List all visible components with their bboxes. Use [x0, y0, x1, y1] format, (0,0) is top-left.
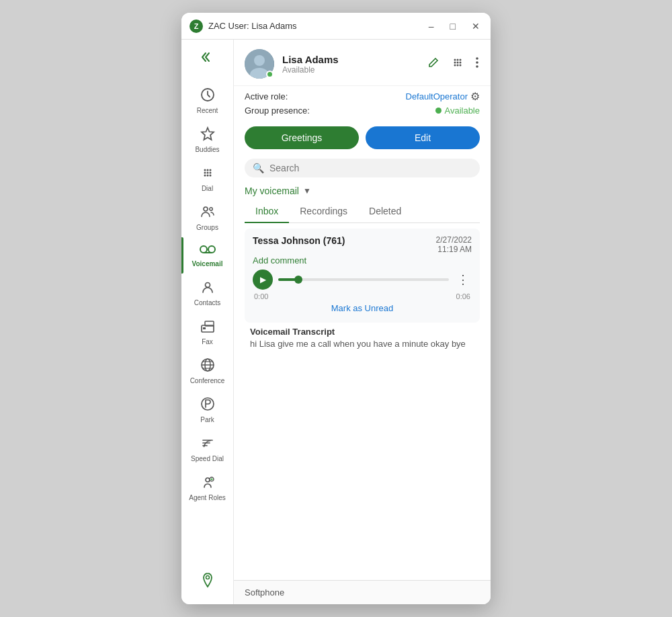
svg-point-38 — [460, 58, 462, 60]
app-window: Z ZAC User: Lisa Adams – □ ✕ — [181, 13, 491, 604]
sidebar-label-dial: Dial — [202, 185, 213, 193]
sidebar-item-location[interactable] — [181, 567, 233, 598]
sidebar: Recent Buddies — [181, 40, 234, 604]
sidebar-expand-button[interactable] — [196, 46, 220, 71]
transcript-title: Voicemail Transcript — [250, 327, 474, 337]
sidebar-item-fax[interactable]: Fax — [181, 313, 233, 352]
sidebar-label-groups: Groups — [196, 224, 218, 232]
profile-status: Available — [282, 65, 426, 75]
voicemail-date: 2/27/2022 — [436, 235, 472, 245]
title-bar: Z ZAC User: Lisa Adams – □ ✕ — [181, 13, 491, 40]
progress-dot — [294, 276, 302, 284]
time-current: 0:00 — [254, 292, 268, 300]
transcript-text: hi Lisa give me a call when you have a m… — [250, 338, 474, 350]
sidebar-item-recent[interactable]: Recent — [181, 81, 233, 120]
sidebar-label-fax: Fax — [202, 338, 213, 346]
sidebar-item-contacts[interactable]: Contacts — [181, 274, 233, 313]
svg-point-44 — [460, 64, 462, 66]
minimize-button[interactable]: – — [426, 20, 437, 32]
voicemail-icon — [199, 243, 216, 259]
profile-header: Lisa Adams Available — [234, 40, 491, 86]
close-button[interactable]: ✕ — [469, 20, 482, 32]
active-role-label: Active role: — [245, 91, 288, 101]
sidebar-item-conference[interactable]: Conference — [181, 352, 233, 390]
voicemail-item-header: Tessa Johnson (761) 2/27/2022 11:19 AM — [253, 235, 472, 254]
progress-bar[interactable] — [278, 278, 449, 281]
main-layout: Recent Buddies — [181, 40, 491, 604]
svg-point-43 — [457, 64, 459, 66]
svg-point-29 — [206, 478, 210, 482]
time-total: 0:06 — [456, 292, 470, 300]
sidebar-item-agentroles[interactable]: Agent Roles — [181, 468, 233, 507]
sidebar-label-voicemail: Voicemail — [192, 260, 223, 268]
search-box: 🔍 — [245, 159, 480, 177]
voicemail-add-comment[interactable]: Add comment — [253, 255, 472, 265]
role-row: Active role: DefaultOperator ⚙ — [234, 86, 491, 104]
tab-deleted[interactable]: Deleted — [358, 200, 412, 223]
agentroles-icon — [200, 474, 216, 493]
greetings-button[interactable]: Greetings — [245, 126, 359, 149]
svg-point-41 — [460, 61, 462, 63]
sidebar-item-groups[interactable]: Groups — [181, 198, 233, 237]
dropdown-arrow-icon: ▼ — [303, 186, 311, 196]
role-gear-icon[interactable]: ⚙ — [470, 90, 480, 103]
presence-dot — [435, 108, 442, 114]
sidebar-item-voicemail[interactable]: Voicemail — [181, 237, 233, 274]
mark-as-unread-button[interactable]: Mark as Unread — [253, 300, 472, 316]
more-options-button[interactable] — [474, 55, 480, 73]
grid-menu-button[interactable] — [450, 55, 465, 73]
edit-profile-button[interactable] — [426, 55, 441, 73]
svg-point-13 — [200, 246, 207, 253]
svg-point-8 — [204, 175, 206, 177]
avatar-status-dot — [266, 71, 274, 78]
svg-point-31 — [210, 479, 212, 481]
sidebar-item-dial[interactable]: Dial — [181, 159, 233, 198]
sidebar-label-conference: Conference — [190, 377, 225, 385]
sidebar-item-park[interactable]: Park — [181, 390, 233, 429]
svg-point-11 — [204, 207, 208, 211]
svg-point-12 — [209, 208, 212, 210]
speeddial-icon — [200, 435, 216, 454]
play-button[interactable]: ▶ — [253, 270, 273, 290]
search-wrap: 🔍 — [234, 156, 491, 183]
tab-inbox[interactable]: Inbox — [245, 200, 289, 223]
svg-point-39 — [454, 61, 456, 63]
svg-point-36 — [454, 58, 456, 60]
voicemail-dropdown[interactable]: My voicemail ▼ — [234, 183, 491, 196]
tab-recordings[interactable]: Recordings — [289, 200, 358, 223]
voicemail-date-time: 2/27/2022 11:19 AM — [436, 235, 472, 254]
svg-marker-1 — [202, 128, 214, 140]
svg-point-16 — [205, 283, 210, 288]
svg-point-45 — [476, 57, 478, 60]
sidebar-item-speeddial[interactable]: Speed Dial — [181, 429, 233, 468]
svg-point-4 — [209, 169, 211, 171]
voicemail-more-button[interactable]: ⋮ — [454, 271, 472, 288]
search-input[interactable] — [269, 163, 472, 173]
action-buttons: Greetings Edit — [234, 122, 491, 156]
group-presence-label: Group presence: — [245, 106, 310, 116]
sidebar-item-buddies[interactable]: Buddies — [181, 120, 233, 159]
app-icon: Z — [190, 19, 203, 33]
active-role-value: DefaultOperator — [406, 91, 468, 101]
softphone-label: Softphone — [245, 587, 284, 598]
voicemail-item: Tessa Johnson (761) 2/27/2022 11:19 AM A… — [245, 229, 480, 323]
profile-name: Lisa Adams — [282, 54, 426, 65]
main-content: Lisa Adams Available — [234, 40, 491, 604]
voicemail-dropdown-label: My voicemail — [245, 186, 299, 196]
svg-point-2 — [204, 169, 206, 171]
dial-icon — [200, 165, 216, 183]
profile-actions — [426, 55, 480, 73]
park-icon — [200, 396, 216, 415]
maximize-button[interactable]: □ — [448, 20, 458, 32]
svg-point-37 — [457, 58, 459, 60]
svg-point-9 — [206, 175, 208, 177]
sidebar-label-buddies: Buddies — [195, 146, 219, 154]
voicemail-caller-name: Tessa Johnson (761) — [253, 235, 345, 246]
window-controls: – □ ✕ — [426, 20, 482, 32]
voicemail-tabs: Inbox Recordings Deleted — [245, 200, 480, 223]
location-icon — [200, 572, 216, 591]
presence-row: Group presence: Available — [234, 104, 491, 122]
edit-button[interactable]: Edit — [366, 126, 480, 149]
svg-point-14 — [208, 246, 215, 253]
svg-point-3 — [206, 169, 208, 171]
